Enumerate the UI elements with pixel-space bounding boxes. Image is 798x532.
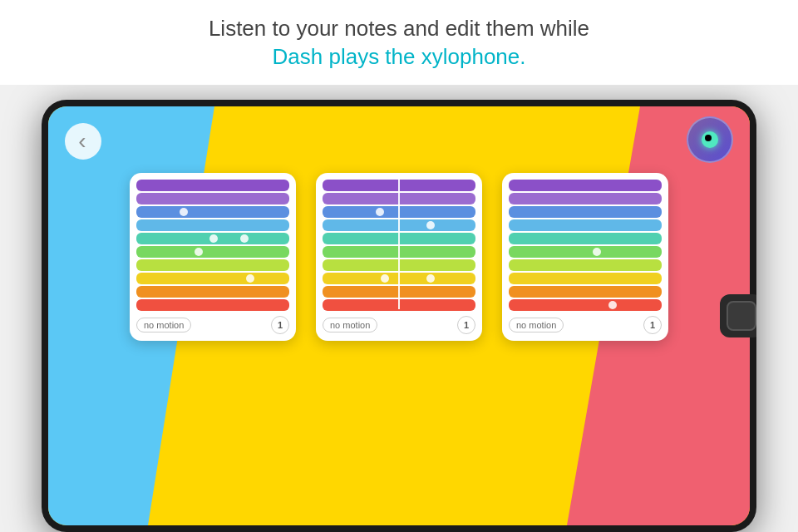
bar bbox=[509, 286, 662, 298]
no-motion-badge: no motion bbox=[509, 318, 564, 332]
bar bbox=[136, 193, 289, 204]
bar bbox=[323, 286, 475, 298]
bar bbox=[323, 206, 475, 218]
device-frame: no motion 1 bbox=[42, 100, 756, 532]
bar bbox=[323, 219, 475, 231]
bar bbox=[323, 246, 475, 258]
description-line1: Listen to your notes and edit them while bbox=[209, 16, 589, 41]
bar bbox=[136, 259, 289, 271]
badge-text: no motion bbox=[516, 320, 556, 330]
no-motion-badge: no motion bbox=[136, 318, 191, 332]
card-footer-2: no motion 1 bbox=[323, 316, 475, 334]
note-dot bbox=[426, 274, 435, 283]
home-button-inner bbox=[727, 301, 756, 331]
note-dot bbox=[209, 234, 218, 243]
card-footer-3: no motion 1 bbox=[509, 316, 662, 334]
note-dot bbox=[246, 274, 254, 283]
bar bbox=[509, 193, 662, 204]
card-number: 1 bbox=[271, 316, 289, 334]
card-footer-1: no motion 1 bbox=[136, 316, 289, 334]
bar bbox=[136, 180, 289, 191]
note-dot bbox=[195, 248, 203, 256]
robot-eye bbox=[702, 131, 718, 148]
back-button[interactable] bbox=[65, 123, 101, 160]
xylo-bars-2 bbox=[323, 180, 475, 311]
bar bbox=[323, 273, 475, 284]
device-wrapper: no motion 1 bbox=[42, 100, 756, 532]
note-dot bbox=[593, 248, 601, 256]
description-area: Listen to your notes and edit them while… bbox=[0, 0, 798, 85]
bar bbox=[509, 206, 662, 218]
bar bbox=[136, 206, 289, 218]
no-motion-badge: no motion bbox=[323, 318, 377, 332]
bar bbox=[323, 259, 475, 271]
cards-container: no motion 1 bbox=[48, 173, 750, 341]
home-button[interactable] bbox=[720, 294, 756, 337]
card-number: 1 bbox=[643, 316, 662, 334]
badge-text: no motion bbox=[330, 320, 370, 330]
description-text: Listen to your notes and edit them while… bbox=[17, 15, 781, 71]
bar bbox=[136, 246, 289, 258]
xylophone-card-3[interactable]: no motion 1 bbox=[502, 173, 668, 341]
note-dot bbox=[240, 234, 249, 243]
note-dot bbox=[608, 301, 617, 309]
xylophone-card-2[interactable]: no motion 1 bbox=[316, 173, 482, 341]
avatar bbox=[687, 116, 733, 163]
xylo-bars-1 bbox=[136, 180, 289, 311]
card-number: 1 bbox=[457, 316, 475, 334]
bar bbox=[509, 246, 662, 258]
note-dot bbox=[381, 274, 389, 283]
bar bbox=[323, 299, 475, 311]
bar bbox=[323, 193, 475, 204]
badge-text: no motion bbox=[144, 320, 184, 330]
xylo-bars-3 bbox=[509, 180, 662, 311]
bar bbox=[136, 219, 289, 231]
description-line2: Dash plays the xylophone. bbox=[273, 44, 526, 69]
note-dot bbox=[426, 221, 435, 229]
bar bbox=[509, 219, 662, 231]
bar bbox=[509, 233, 662, 244]
bar bbox=[136, 299, 289, 311]
bar bbox=[323, 180, 475, 191]
bar bbox=[136, 233, 289, 244]
bar bbox=[323, 233, 475, 244]
bar bbox=[509, 299, 662, 311]
note-dot bbox=[376, 208, 384, 216]
bar bbox=[509, 273, 662, 284]
bar bbox=[136, 286, 289, 298]
bar bbox=[136, 273, 289, 284]
bar bbox=[509, 259, 662, 271]
bar bbox=[509, 180, 662, 191]
note-dot bbox=[180, 208, 188, 216]
xylophone-card-1[interactable]: no motion 1 bbox=[130, 173, 296, 341]
screen: no motion 1 bbox=[48, 106, 750, 525]
